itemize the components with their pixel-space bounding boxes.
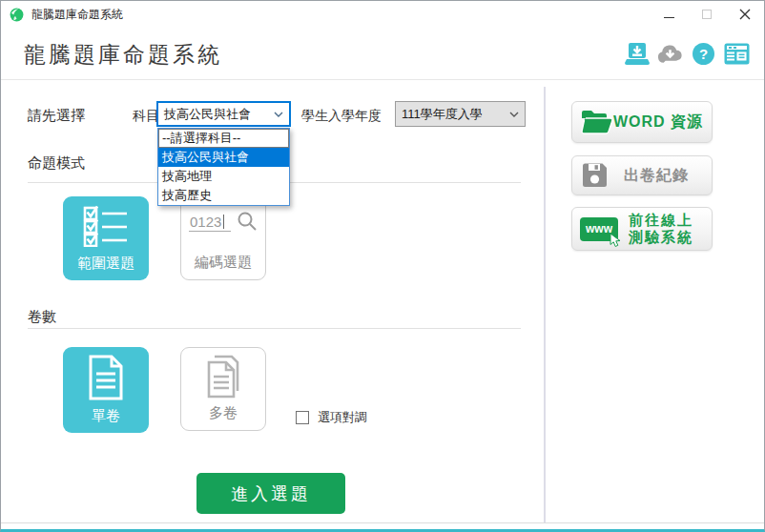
- cloud-download-icon: [656, 43, 684, 66]
- exam-form-button[interactable]: [723, 41, 751, 67]
- app-window: 龍騰題庫命題系統 龍騰題庫命題系統: [0, 0, 765, 532]
- exam-record-label: 出卷紀錄: [609, 166, 704, 186]
- code-select-button[interactable]: 0123 編碼選題: [180, 196, 266, 280]
- offline-download-button[interactable]: [623, 41, 651, 67]
- chevron-down-icon: [509, 112, 519, 117]
- titlebar: 龍騰題庫命題系統: [1, 1, 764, 28]
- select-first-label: 請先選擇: [28, 107, 85, 125]
- subject-select-value: 技高公民與社會: [164, 106, 251, 123]
- exam-record-button[interactable]: 出卷紀錄: [571, 155, 713, 195]
- year-label: 學生入學年度: [301, 108, 382, 125]
- single-paper-button[interactable]: 單卷: [63, 347, 149, 433]
- form-icon: [724, 43, 750, 65]
- subject-select[interactable]: 技高公民與社會: [156, 101, 291, 127]
- year-select[interactable]: 111學年度入學: [395, 101, 526, 127]
- swap-options-checkbox[interactable]: [296, 411, 309, 424]
- mode-section-title: 命題模式: [28, 154, 85, 173]
- swap-options-label: 選項對調: [318, 409, 367, 426]
- text-caret: [223, 215, 224, 229]
- search-icon: [237, 211, 258, 232]
- maximize-icon: [702, 10, 712, 19]
- paper-section-divider: [28, 328, 521, 329]
- dropdown-option-selected[interactable]: 技高公民與社會: [158, 148, 289, 167]
- checklist-icon: [83, 205, 129, 247]
- help-icon: ?: [693, 43, 714, 65]
- multi-document-icon: [201, 353, 245, 400]
- swap-options-row: 選項對調: [296, 409, 367, 426]
- cloud-download-button[interactable]: [656, 41, 684, 67]
- save-disk-icon: [580, 161, 609, 190]
- word-resources-label: WORD 資源: [612, 113, 704, 133]
- range-select-label: 範圍選題: [77, 255, 134, 273]
- word-resources-button[interactable]: WORD 資源: [571, 101, 713, 143]
- subject-dropdown-list: --請選擇科目-- 技高公民與社會 技高地理 技高歷史: [157, 128, 290, 206]
- window-controls: [650, 1, 764, 28]
- dropdown-option[interactable]: 技高歷史: [158, 186, 289, 205]
- close-icon: [739, 9, 751, 20]
- minimize-button[interactable]: [650, 1, 688, 28]
- year-select-value: 111學年度入學: [402, 106, 483, 123]
- cursor-arrow-icon: [609, 233, 622, 248]
- chevron-down-icon: [274, 112, 283, 117]
- single-document-icon: [87, 355, 125, 400]
- multi-paper-label: 多卷: [209, 404, 238, 422]
- vertical-divider: [544, 87, 546, 523]
- app-logo-icon: [10, 8, 24, 22]
- page-title: 龍騰題庫命題系統: [24, 40, 222, 70]
- folder-open-icon: [580, 109, 612, 135]
- help-button[interactable]: ?: [690, 41, 717, 67]
- page-header: 龍騰題庫命題系統 ?: [1, 28, 764, 80]
- multi-paper-button[interactable]: 多卷: [180, 347, 266, 431]
- range-select-button[interactable]: 範圍選題: [63, 196, 149, 280]
- window-title: 龍騰題庫命題系統: [31, 7, 123, 23]
- header-icons: ?: [623, 41, 751, 67]
- single-paper-label: 單卷: [92, 407, 120, 425]
- laptop-download-icon: [624, 42, 651, 67]
- close-button[interactable]: [726, 1, 764, 28]
- dropdown-option[interactable]: --請選擇科目--: [158, 129, 289, 148]
- code-search-input[interactable]: 0123: [189, 214, 231, 232]
- paper-section-title: 卷數: [28, 308, 56, 326]
- www-cursor-icon: www: [580, 217, 618, 241]
- online-test-system-button[interactable]: www 前往線上 測驗系統: [571, 207, 713, 251]
- minimize-icon: [664, 17, 674, 18]
- enter-selection-button[interactable]: 進入選題: [196, 473, 345, 514]
- maximize-button[interactable]: [688, 1, 726, 28]
- dropdown-option[interactable]: 技高地理: [158, 167, 289, 186]
- subject-label: 科目: [133, 108, 159, 125]
- online-test-system-label: 前往線上 測驗系統: [618, 212, 704, 246]
- bottom-divider: [1, 522, 765, 523]
- code-select-label: 編碼選題: [195, 254, 252, 272]
